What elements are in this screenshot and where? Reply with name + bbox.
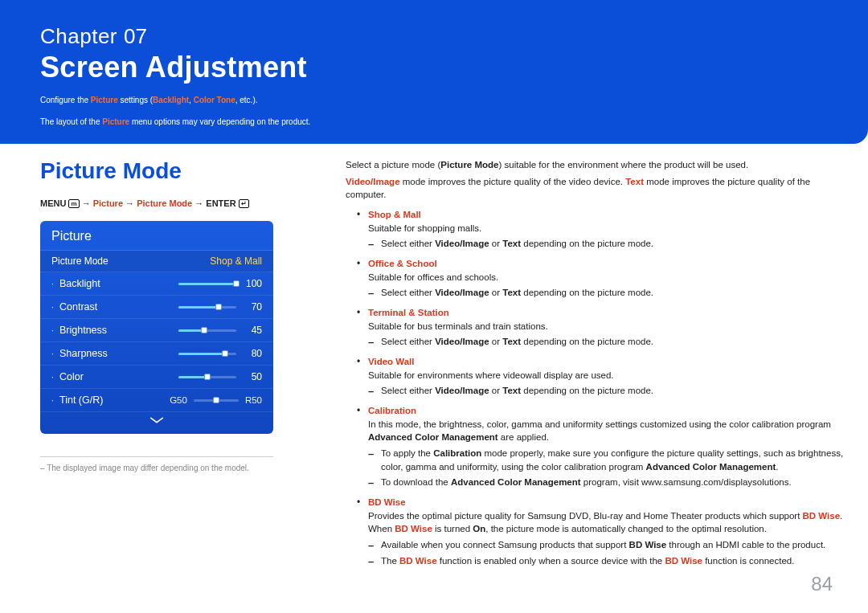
divider	[40, 456, 273, 457]
section-title: Picture Mode	[40, 158, 321, 184]
bullet-icon: ·	[51, 280, 59, 288]
osd-row-brightness[interactable]: · Brightness 45	[40, 319, 273, 342]
chapter-label: Chapter07	[40, 24, 828, 49]
osd-mode-label: Picture Mode	[51, 255, 108, 267]
enter-icon: ↵	[239, 199, 249, 208]
chevron-down-icon	[149, 415, 164, 425]
osd-row-tint[interactable]: · Tint (G/R) G50 R50	[40, 389, 273, 412]
bullet-icon: ·	[51, 349, 59, 358]
mode-calibration: Calibration In this mode, the brightness…	[346, 404, 850, 489]
slider[interactable]	[178, 283, 236, 285]
right-column: Select a picture mode (Picture Mode) sui…	[346, 158, 850, 574]
menu-icon: m	[68, 199, 79, 208]
osd-picture-panel: Picture Picture Mode Shop & Mall · Backl…	[40, 221, 273, 434]
bullet-icon: ·	[51, 373, 59, 382]
osd-header: Picture	[40, 221, 273, 251]
bullet-icon: ·	[51, 396, 59, 405]
osd-mode-value: Shop & Mall	[210, 255, 262, 267]
mode-terminal-station: Terminal & Station Suitable for bus term…	[346, 306, 850, 349]
slider[interactable]	[194, 399, 239, 402]
slider[interactable]	[178, 329, 236, 332]
intro-paragraph-1: Select a picture mode (Picture Mode) sui…	[346, 158, 850, 172]
bullet-icon: ·	[51, 326, 59, 335]
slider[interactable]	[178, 376, 236, 378]
chapter-number: 07	[124, 24, 147, 48]
slider[interactable]	[178, 353, 236, 355]
banner-subtitle-2: The layout of the Picture menu options m…	[40, 116, 828, 128]
footnote: The displayed image may differ depending…	[40, 464, 321, 472]
content-area: Picture Mode MENU m → Picture → Picture …	[0, 144, 868, 574]
osd-row-backlight[interactable]: · Backlight 100	[40, 272, 273, 296]
left-column: Picture Mode MENU m → Picture → Picture …	[40, 158, 321, 574]
osd-scroll-down[interactable]	[40, 412, 273, 434]
mode-video-wall: Video Wall Suitable for environments whe…	[346, 355, 850, 398]
chapter-title: Screen Adjustment	[40, 51, 828, 84]
mode-list: Shop & Mall Suitable for shopping malls.…	[346, 208, 850, 567]
page-number: 84	[811, 573, 833, 595]
chapter-banner: Chapter07 Screen Adjustment Configure th…	[0, 0, 868, 144]
mode-bd-wise: BD Wise Provides the optimal picture qua…	[346, 496, 850, 567]
mode-shop-mall: Shop & Mall Suitable for shopping malls.…	[346, 208, 850, 251]
bullet-icon: ·	[51, 303, 59, 312]
banner-subtitle-1: Configure the Picture settings (Backligh…	[40, 94, 828, 106]
osd-row-sharpness[interactable]: · Sharpness 80	[40, 342, 273, 366]
chapter-word: Chapter	[40, 24, 117, 48]
osd-mode-row[interactable]: Picture Mode Shop & Mall	[40, 251, 273, 272]
mode-office-school: Office & School Suitable for offices and…	[346, 257, 850, 300]
menu-path: MENU m → Picture → Picture Mode → ENTER …	[40, 198, 321, 208]
osd-row-contrast[interactable]: · Contrast 70	[40, 296, 273, 319]
osd-row-color[interactable]: · Color 50	[40, 366, 273, 389]
slider[interactable]	[178, 306, 236, 309]
intro-paragraph-2: Video/Image mode improves the picture qu…	[346, 175, 850, 202]
